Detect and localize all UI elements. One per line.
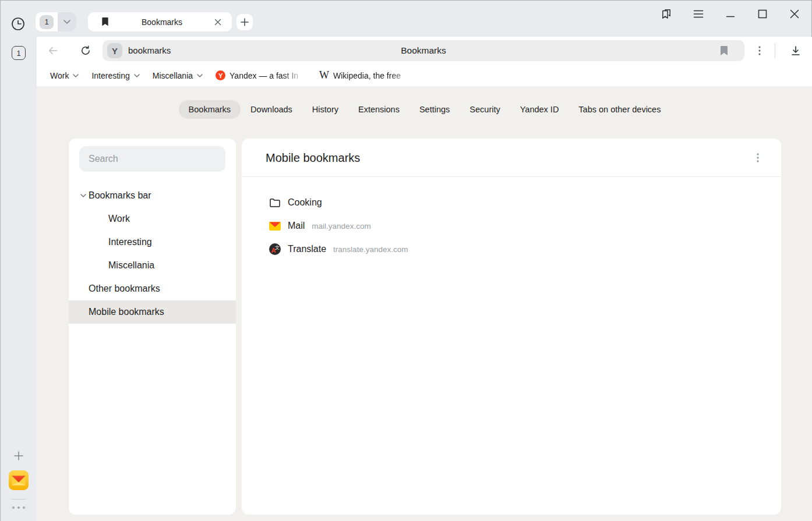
tree-item-miscellania[interactable]: Miscellania [69,254,236,277]
tab-history[interactable]: History [302,100,348,119]
bookmark-favicon-icon [101,17,110,27]
bookmarks-bar-link-wikipedia[interactable]: W Wikipedia, the free [319,69,415,81]
tab-close-icon[interactable] [214,19,221,26]
back-icon[interactable] [47,45,59,56]
chevron-down-icon [73,74,79,77]
menu-icon[interactable] [691,7,705,21]
close-icon[interactable] [788,7,802,21]
toolbar-kebab-icon[interactable] [755,45,764,56]
tree-item-other-bookmarks[interactable]: Other bookmarks [69,277,236,300]
bookmarks-bar-link-yandex[interactable]: Y Yandex — a fast In [216,70,306,80]
wikipedia-favicon-icon: W [319,69,329,81]
svg-text:文: 文 [275,245,280,250]
tree-item-label: Bookmarks bar [89,190,151,201]
folder-icon [269,197,281,208]
tab-downloads[interactable]: Downloads [241,100,302,119]
chevron-down-icon [197,74,203,77]
plus-icon [241,18,249,26]
link-label: Wikipedia, the free [333,71,415,80]
bookmarks-bar-folder-miscellania[interactable]: Miscellania [153,71,203,80]
maximize-icon[interactable] [755,7,769,21]
tab-security[interactable]: Security [460,100,510,119]
tab-yandex-id[interactable]: Yandex ID [510,100,569,119]
tab-strip: 1 Bookmarks [1,1,811,37]
list-item-mail[interactable]: Mail mail.yandex.com [242,214,781,238]
tree-item-label: Interesting [108,237,152,247]
reload-icon[interactable] [80,45,91,56]
bookmarks-main-panel: Mobile bookmarks Cooking Mail mail.yande… [242,139,781,515]
toolbar-divider [775,43,775,58]
history-clock-icon[interactable] [11,17,25,31]
bookmark-title: Mail [288,221,305,231]
chevron-down-icon [63,20,70,24]
tab-list-dropdown[interactable] [58,12,76,31]
tree-item-label: Other bookmarks [89,283,160,294]
panel-header: Mobile bookmarks [242,139,781,177]
chevron-down-icon [134,74,140,77]
plus-icon [13,450,24,462]
bookmark-title: Translate [288,244,326,254]
tab-group-control[interactable]: 1 [36,12,76,31]
tab-bookmarks[interactable]: Bookmarks [179,100,241,119]
manager-nav-tabs: Bookmarks Downloads History Extensions S… [37,100,812,119]
new-tab-button[interactable] [236,14,253,30]
tree-item-mobile-bookmarks[interactable]: Mobile bookmarks [69,300,236,324]
bookmarks-sidebar-panel: Bookmarks bar Work Interesting Miscellan… [69,139,236,515]
tab-extensions[interactable]: Extensions [348,100,409,119]
rail-tab-count-label: 1 [16,49,20,58]
bookmark-url: mail.yandex.com [312,222,370,231]
tree-item-label: Work [108,214,130,224]
yandex-favicon-icon: Y [216,70,225,80]
bookmark-title: Cooking [288,197,322,208]
link-label: Yandex — a fast In [230,71,306,80]
left-rail: 1 [1,37,37,521]
bookmark-url: translate.yandex.com [333,245,408,254]
browser-tab-bookmarks[interactable]: Bookmarks [88,12,232,31]
rail-more-button[interactable] [1,506,37,509]
window-controls [659,7,802,21]
browser-window: 1 Bookmarks 1 [0,0,812,521]
tree-item-interesting[interactable]: Interesting [69,231,236,254]
folder-label: Work [50,71,69,80]
minimize-icon[interactable] [723,7,737,21]
tab-count-label: 1 [44,17,48,26]
download-icon[interactable] [790,45,802,56]
tab-other-devices[interactable]: Tabs on other devices [569,100,670,119]
bookmarks-bar: Work Interesting Miscellania Y Yandex — … [37,65,812,86]
tab-settings[interactable]: Settings [409,100,460,119]
bookmarks-bar-folder-interesting[interactable]: Interesting [91,71,139,80]
tab-title: Bookmarks [110,17,214,27]
collections-icon[interactable] [659,7,673,21]
folder-label: Interesting [91,71,129,80]
tab-group-counter[interactable]: 1 [36,12,58,31]
bookmark-list: Cooking Mail mail.yandex.com A文 Translat… [242,177,781,261]
rail-add-button[interactable] [13,450,24,462]
tree-item-label: Mobile bookmarks [89,307,164,317]
folder-kebab-icon[interactable] [754,153,762,163]
list-item-cooking[interactable]: Cooking [242,191,781,214]
folder-title: Mobile bookmarks [266,139,360,177]
tree-item-bookmarks-bar[interactable]: Bookmarks bar [69,184,236,207]
bookmarks-tree: Bookmarks bar Work Interesting Miscellan… [69,184,236,324]
yandex-translate-favicon-icon: A文 [269,243,281,255]
page-title: Bookmarks [103,40,744,61]
yandex-mail-favicon-icon [269,220,281,232]
browser-toolbar: Y bookmarks Bookmarks [37,37,812,65]
search-input[interactable] [79,146,225,172]
list-item-translate[interactable]: A文 Translate translate.yandex.com [242,238,781,261]
bookmark-flag-icon[interactable] [720,45,728,56]
yandex-mail-app-icon[interactable] [9,470,29,490]
tree-item-label: Miscellania [108,260,154,271]
bookmarks-manager-page: Bookmarks Downloads History Extensions S… [37,86,812,521]
rail-divider [11,499,26,499]
address-bar[interactable]: Y bookmarks Bookmarks [103,40,744,61]
chevron-down-icon[interactable] [80,194,86,197]
folder-label: Miscellania [153,71,193,80]
bookmarks-bar-folder-work[interactable]: Work [50,71,79,80]
tree-item-work[interactable]: Work [69,207,236,231]
rail-tab-counter[interactable]: 1 [12,46,26,60]
